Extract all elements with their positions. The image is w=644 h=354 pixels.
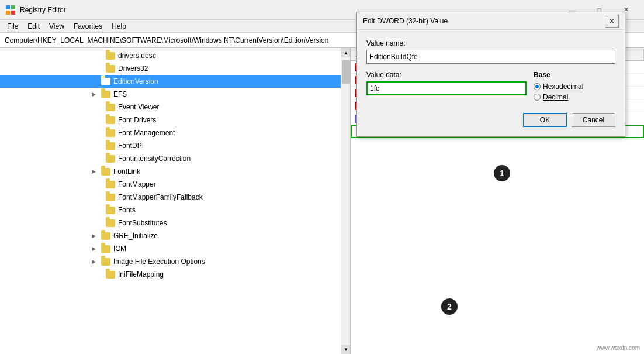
tree-item-label-fontmapper: FontMapper — [118, 180, 156, 188]
expander-fontmapperfamilyfallback — [94, 193, 103, 202]
tree-item-fontsubstitutes[interactable]: FontSubstitutes — [0, 216, 341, 229]
menu-favorites[interactable]: Favorites — [69, 21, 107, 32]
tree-item-label-icm: ICM — [113, 245, 126, 253]
folder-icon-drivers-desc — [105, 51, 116, 60]
tree-item-label-fontintensitycorrection: FontIntensityCorrection — [118, 154, 191, 163]
tree-item-drivers32[interactable]: Drivers32 — [0, 62, 341, 75]
tree-item-icm[interactable]: ▶ ICM — [0, 242, 341, 255]
step-badge-1: 1 — [494, 165, 510, 181]
expander-fontintensitycorrection — [94, 154, 103, 163]
folder-icon-gre-initialize — [101, 231, 111, 240]
tree-item-image-file[interactable]: ▶ Image File Execution Options — [0, 255, 341, 268]
menu-file[interactable]: File — [2, 21, 23, 32]
folder-icon-fonts — [105, 205, 116, 215]
tree-item-fontintensitycorrection[interactable]: FontIntensityCorrection — [0, 152, 341, 165]
tree-item-fonts[interactable]: Fonts — [0, 204, 341, 216]
menu-edit[interactable]: Edit — [23, 21, 44, 32]
scrollbar-up-button[interactable]: ▲ — [341, 48, 351, 57]
radio-hexadecimal[interactable]: Hexadecimal — [534, 83, 615, 91]
tree-item-label-gre-initialize: GRE_Initialize — [113, 232, 158, 240]
tree-scrollbar[interactable]: ▲ ▼ — [341, 48, 350, 354]
folder-icon-fontintensitycorrection — [105, 154, 116, 163]
dialog-data-column: Value data: — [366, 71, 527, 104]
expander-font-management — [94, 128, 103, 138]
edit-dword-dialog: Edit DWORD (32-bit) Value ✕ Value name: … — [356, 12, 625, 137]
folder-icon-font-drivers — [105, 115, 116, 125]
folder-icon-fontlink — [101, 167, 111, 176]
menu-view[interactable]: View — [44, 21, 69, 32]
tree-item-fontdpi[interactable]: FontDPI — [0, 139, 341, 152]
expander-drivers-desc — [94, 51, 103, 60]
ok-button[interactable]: OK — [523, 113, 567, 127]
value-name-input[interactable] — [366, 50, 615, 64]
folder-icon-fontmapperfamilyfallback — [105, 193, 116, 202]
folder-icon-inifile — [105, 270, 116, 279]
folder-icon-fontmapper — [105, 180, 116, 189]
folder-icon-font-management — [105, 128, 116, 138]
expander-fonts — [94, 205, 103, 215]
radio-hexadecimal-input[interactable] — [534, 83, 541, 90]
expander-event-viewer — [94, 102, 103, 112]
radio-decimal-input[interactable] — [534, 94, 541, 101]
dialog-data-row: Value data: Base Hexadecimal Decimal — [366, 71, 615, 104]
tree-item-efs[interactable]: ▶ EFS — [0, 88, 341, 101]
tree-item-label-inifile: IniFileMapping — [118, 270, 164, 279]
expander-editionversion — [89, 77, 98, 86]
folder-icon-fontdpi — [105, 141, 116, 150]
folder-icon-icm — [101, 244, 111, 253]
tree-item-label-drivers-desc: drivers.desc — [118, 51, 156, 60]
dialog-base-column: Base Hexadecimal Decimal — [534, 71, 615, 104]
menu-help[interactable]: Help — [107, 21, 131, 32]
svg-rect-2 — [6, 11, 10, 15]
folder-icon-fontsubstitutes — [105, 218, 116, 228]
app-icon — [5, 4, 16, 16]
dialog-title: Edit DWORD (32-bit) Value — [363, 17, 605, 25]
radio-decimal-label: Decimal — [543, 93, 568, 101]
tree-item-fontmapper[interactable]: FontMapper — [0, 178, 341, 191]
dialog-title-bar: Edit DWORD (32-bit) Value ✕ — [357, 12, 625, 30]
base-label: Base — [534, 71, 615, 79]
expander-fontmapper — [94, 180, 103, 189]
step-badge-2: 2 — [441, 298, 458, 315]
tree-item-label-drivers32: Drivers32 — [118, 64, 148, 73]
folder-icon-efs — [101, 90, 111, 99]
tree-item-label-event-viewer: Event Viewer — [118, 103, 159, 111]
scrollbar-down-button[interactable]: ▼ — [341, 345, 351, 354]
value-data-input[interactable] — [366, 81, 527, 95]
tree-item-event-viewer[interactable]: Event Viewer — [0, 101, 341, 114]
expander-fontsubstitutes — [94, 218, 103, 228]
tree-item-font-drivers[interactable]: Font Drivers — [0, 114, 341, 126]
tree-item-inifile[interactable]: IniFileMapping — [0, 268, 341, 281]
tree-item-label-efs: EFS — [113, 90, 127, 98]
expander-image-file: ▶ — [89, 257, 98, 266]
folder-icon-image-file — [101, 257, 111, 266]
tree-item-label-image-file: Image File Execution Options — [113, 257, 205, 266]
expander-font-drivers — [94, 115, 103, 125]
svg-rect-1 — [11, 5, 15, 9]
svg-rect-0 — [6, 5, 10, 9]
expander-gre-initialize: ▶ — [89, 231, 98, 240]
tree-item-label-fontmapperfamilyfallback: FontMapperFamilyFallback — [118, 193, 203, 201]
tree-list: drivers.desc Drivers32 EditionVersion ▶ … — [0, 48, 341, 282]
radio-decimal[interactable]: Decimal — [534, 93, 615, 101]
window-title: Registry Editor — [20, 6, 66, 14]
tree-item-label-font-management: Font Management — [118, 129, 175, 137]
scrollbar-thumb[interactable] — [342, 60, 350, 84]
tree-item-label-fonts: Fonts — [118, 206, 136, 214]
tree-item-label-fontsubstitutes: FontSubstitutes — [118, 219, 167, 227]
tree-item-fontmapperfamilyfallback[interactable]: FontMapperFamilyFallback — [0, 191, 341, 204]
dialog-close-button[interactable]: ✕ — [605, 15, 619, 28]
tree-item-editionversion[interactable]: EditionVersion — [0, 75, 341, 88]
tree-item-label-fontlink: FontLink — [113, 167, 140, 176]
expander-inifile — [94, 270, 103, 279]
tree-item-drivers-desc[interactable]: drivers.desc — [0, 49, 341, 62]
expander-fontlink: ▶ — [89, 167, 98, 176]
dialog-buttons: OK Cancel — [366, 113, 615, 127]
tree-item-font-management[interactable]: Font Management — [0, 126, 341, 139]
svg-rect-3 — [11, 11, 15, 15]
tree-item-label-fontdpi: FontDPI — [118, 142, 144, 150]
tree-item-gre-initialize[interactable]: ▶ GRE_Initialize — [0, 229, 341, 242]
expander-efs: ▶ — [89, 90, 98, 99]
tree-item-fontlink[interactable]: ▶ FontLink — [0, 165, 341, 178]
cancel-button[interactable]: Cancel — [572, 113, 615, 127]
